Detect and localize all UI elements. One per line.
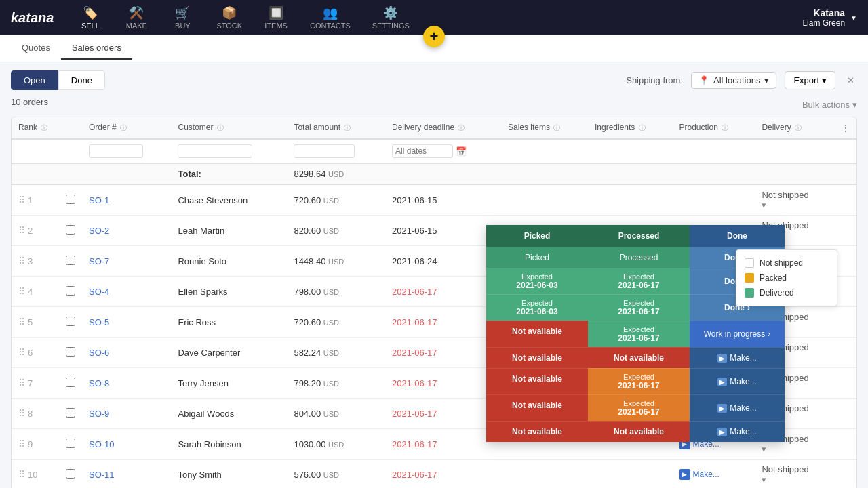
location-select[interactable]: 📍 All locations ▾ bbox=[691, 72, 776, 89]
nav-buy[interactable]: 🛒 BUY bbox=[162, 1, 203, 34]
status-cell-na[interactable]: Not available bbox=[588, 421, 690, 442]
drag-handle[interactable]: ⠿ bbox=[18, 317, 25, 327]
row-checkbox[interactable] bbox=[66, 256, 75, 265]
status-cell-na[interactable]: Not available bbox=[486, 347, 588, 368]
expected-date: 2021-06-17 bbox=[595, 381, 683, 390]
row-checkbox[interactable] bbox=[66, 378, 75, 387]
add-button[interactable]: + bbox=[423, 26, 445, 47]
order-id-link[interactable]: SO-8 bbox=[89, 378, 109, 388]
status-cell[interactable]: Expected 2021-06-17 bbox=[588, 294, 690, 321]
drag-handle[interactable]: ⠿ bbox=[18, 469, 25, 480]
nav-settings[interactable]: ⚙️ SETTINGS bbox=[364, 1, 418, 34]
expected-label: Expected bbox=[595, 399, 683, 407]
order-id-link[interactable]: SO-7 bbox=[89, 256, 109, 266]
row-checkbox[interactable] bbox=[66, 469, 75, 479]
row-checkbox[interactable] bbox=[66, 225, 75, 235]
status-cell-na[interactable]: Not available bbox=[486, 368, 588, 394]
ingredients-cell bbox=[588, 184, 673, 216]
export-button[interactable]: Export ▾ bbox=[785, 71, 835, 89]
status-cell[interactable]: Processed bbox=[588, 247, 690, 268]
filter-open[interactable]: Open bbox=[11, 70, 58, 90]
tab-sales-orders[interactable]: Sales orders bbox=[61, 37, 132, 60]
sales-items-cell bbox=[501, 184, 588, 216]
nav-stock[interactable]: 📦 STOCK bbox=[208, 1, 250, 34]
row-checkbox[interactable] bbox=[66, 347, 75, 357]
status-cell-na[interactable]: Not available bbox=[486, 421, 588, 442]
status-cell[interactable]: Picked bbox=[486, 247, 588, 268]
close-button[interactable]: ✕ bbox=[844, 74, 857, 87]
make-production-button[interactable]: ▶ Make... bbox=[690, 421, 785, 442]
order-id-link[interactable]: SO-6 bbox=[89, 348, 109, 358]
deadline-filter-input[interactable] bbox=[392, 144, 453, 158]
nav-sell[interactable]: 🏷️ SELL bbox=[70, 1, 111, 34]
drag-handle[interactable]: ⠿ bbox=[18, 408, 25, 419]
row-checkbox[interactable] bbox=[66, 317, 75, 326]
legend-delivered[interactable]: Delivered bbox=[745, 285, 829, 300]
nav-contacts[interactable]: 👥 CONTACTS bbox=[302, 1, 359, 34]
expected-date: 2021-06-17 bbox=[595, 281, 683, 290]
tab-quotes[interactable]: Quotes bbox=[11, 37, 61, 60]
col-production: Production ⓘ bbox=[673, 117, 755, 139]
make-icon-small: ▶ bbox=[717, 404, 727, 413]
drag-handle[interactable]: ⠿ bbox=[18, 378, 25, 388]
order-id-link[interactable]: SO-2 bbox=[89, 226, 109, 236]
expected-label: Expected bbox=[595, 325, 683, 333]
delivery-deadline: 2021-06-17 bbox=[385, 368, 501, 399]
drag-handle[interactable]: ⠿ bbox=[18, 195, 25, 205]
order-id-link[interactable]: SO-9 bbox=[89, 409, 109, 419]
order-id-link[interactable]: SO-1 bbox=[89, 195, 109, 205]
user-menu[interactable]: Katana Liam Green ▼ bbox=[802, 7, 857, 28]
make-production-button[interactable]: ▶ Make... bbox=[690, 368, 785, 394]
order-filter-input[interactable] bbox=[89, 144, 143, 158]
expected-label: Expected bbox=[595, 299, 683, 307]
total-label: Total: bbox=[171, 163, 287, 184]
status-cell-na[interactable]: Not available bbox=[486, 321, 588, 347]
filter-done[interactable]: Done bbox=[58, 70, 105, 90]
filter-row: 📅 bbox=[12, 139, 856, 163]
order-id-link[interactable]: SO-5 bbox=[89, 317, 109, 327]
drag-handle[interactable]: ⠿ bbox=[18, 225, 25, 236]
table-row: ⠿10 SO-11 Tony Smith 576.00 USD 2021-06-… bbox=[12, 460, 856, 489]
delivery-chevron-icon[interactable]: ▾ bbox=[762, 200, 766, 210]
legend-packed[interactable]: Packed bbox=[745, 270, 829, 285]
status-cell-na[interactable]: Not available bbox=[588, 347, 690, 368]
order-id-link[interactable]: SO-4 bbox=[89, 287, 109, 297]
calendar-icon[interactable]: 📅 bbox=[456, 146, 467, 157]
status-cell[interactable]: Expected 2021-06-03 bbox=[486, 268, 588, 294]
status-cell[interactable]: Expected 2021-06-17 bbox=[588, 268, 690, 294]
production-cell bbox=[673, 184, 755, 216]
make-production-button[interactable]: ▶ Make... bbox=[690, 347, 785, 368]
sales-items-cell bbox=[501, 460, 588, 489]
delivery-chevron-icon[interactable]: ▾ bbox=[762, 474, 766, 485]
order-id-link[interactable]: SO-10 bbox=[89, 439, 115, 449]
order-id-link[interactable]: SO-11 bbox=[89, 470, 115, 480]
filter-tabs: Open Done bbox=[11, 70, 105, 90]
status-cell[interactable]: Expected 2021-06-17 bbox=[588, 394, 690, 421]
drag-handle[interactable]: ⠿ bbox=[18, 256, 25, 266]
delivery-chevron-icon[interactable]: ▾ bbox=[762, 444, 766, 454]
bulk-actions-button[interactable]: Bulk actions ▾ bbox=[802, 100, 857, 110]
status-cell-na[interactable]: Not available bbox=[486, 394, 588, 421]
row-checkbox[interactable] bbox=[66, 195, 75, 204]
drag-handle[interactable]: ⠿ bbox=[18, 347, 25, 358]
buy-icon: 🛒 bbox=[175, 5, 190, 20]
customer-filter-input[interactable] bbox=[178, 144, 252, 158]
customer-name: Eric Ross bbox=[171, 307, 287, 338]
status-cell[interactable]: Expected 2021-06-17 bbox=[588, 368, 690, 394]
total-amount-cell: 576.00 USD bbox=[287, 460, 385, 489]
make-button[interactable]: ▶ Make... bbox=[679, 469, 749, 480]
status-cell[interactable]: Expected 2021-06-03 bbox=[486, 294, 588, 321]
legend-not-shipped[interactable]: Not shipped bbox=[745, 256, 829, 270]
nav-make[interactable]: ⚒️ MAKE bbox=[116, 1, 157, 34]
picked-header: Picked bbox=[486, 225, 588, 247]
amount-filter-input[interactable] bbox=[294, 144, 355, 158]
drag-handle[interactable]: ⠿ bbox=[18, 286, 25, 297]
drag-handle[interactable]: ⠿ bbox=[18, 439, 25, 449]
row-checkbox[interactable] bbox=[66, 408, 75, 418]
make-production-button[interactable]: ▶ Make... bbox=[690, 394, 785, 421]
row-checkbox[interactable] bbox=[66, 286, 75, 296]
status-cell[interactable]: Expected 2021-06-17 bbox=[588, 321, 690, 347]
work-in-progress-button[interactable]: Work in progress › bbox=[690, 321, 785, 347]
nav-items[interactable]: 🔲 ITEMS bbox=[256, 1, 296, 34]
row-checkbox[interactable] bbox=[66, 439, 75, 448]
